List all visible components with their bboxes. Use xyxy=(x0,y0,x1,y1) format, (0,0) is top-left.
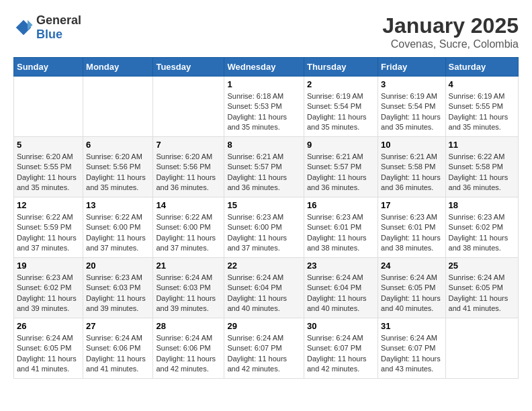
page-subtitle: Covenas, Sucre, Colombia xyxy=(382,38,519,50)
day-info: Sunrise: 6:20 AMSunset: 5:56 PMDaylight:… xyxy=(156,152,221,193)
day-number: 30 xyxy=(307,321,375,331)
calendar-week-2: 5Sunrise: 6:20 AMSunset: 5:55 PMDaylight… xyxy=(14,137,519,197)
calendar-cell: 25Sunrise: 6:24 AMSunset: 6:05 PMDayligh… xyxy=(445,258,518,318)
calendar-cell: 27Sunrise: 6:24 AMSunset: 6:06 PMDayligh… xyxy=(83,318,153,379)
day-number: 29 xyxy=(227,321,301,331)
calendar-cell: 15Sunrise: 6:23 AMSunset: 6:00 PMDayligh… xyxy=(224,197,304,258)
calendar-cell: 9Sunrise: 6:21 AMSunset: 5:57 PMDaylight… xyxy=(304,137,378,197)
calendar-cell: 6Sunrise: 6:20 AMSunset: 5:56 PMDaylight… xyxy=(83,137,153,197)
day-info: Sunrise: 6:24 AMSunset: 6:04 PMDaylight:… xyxy=(227,273,301,314)
day-info: Sunrise: 6:22 AMSunset: 6:00 PMDaylight:… xyxy=(156,212,221,254)
day-number: 25 xyxy=(449,261,515,271)
day-info: Sunrise: 6:21 AMSunset: 5:57 PMDaylight:… xyxy=(227,152,301,193)
title-block: January 2025 Covenas, Sucre, Colombia xyxy=(382,13,519,50)
day-info: Sunrise: 6:23 AMSunset: 6:03 PMDaylight:… xyxy=(86,273,150,314)
calendar-week-3: 12Sunrise: 6:22 AMSunset: 5:59 PMDayligh… xyxy=(14,197,519,258)
weekday-header-monday: Monday xyxy=(83,58,153,77)
day-info: Sunrise: 6:21 AMSunset: 5:57 PMDaylight:… xyxy=(307,152,375,193)
day-number: 1 xyxy=(227,79,301,89)
day-info: Sunrise: 6:18 AMSunset: 5:53 PMDaylight:… xyxy=(227,91,301,133)
day-number: 9 xyxy=(307,140,375,150)
calendar-cell: 1Sunrise: 6:18 AMSunset: 5:53 PMDaylight… xyxy=(224,77,304,137)
day-info: Sunrise: 6:24 AMSunset: 6:04 PMDaylight:… xyxy=(307,273,375,314)
day-info: Sunrise: 6:24 AMSunset: 6:07 PMDaylight:… xyxy=(381,333,442,375)
calendar-cell xyxy=(83,77,153,137)
calendar-cell: 23Sunrise: 6:24 AMSunset: 6:04 PMDayligh… xyxy=(304,258,378,318)
day-number: 22 xyxy=(227,261,301,271)
day-number: 7 xyxy=(156,140,221,150)
calendar-cell: 12Sunrise: 6:22 AMSunset: 5:59 PMDayligh… xyxy=(14,197,83,258)
day-info: Sunrise: 6:23 AMSunset: 6:02 PMDaylight:… xyxy=(449,212,515,254)
day-info: Sunrise: 6:19 AMSunset: 5:54 PMDaylight:… xyxy=(381,91,442,133)
day-number: 16 xyxy=(307,200,375,210)
day-info: Sunrise: 6:23 AMSunset: 6:01 PMDaylight:… xyxy=(381,212,442,254)
logo-icon xyxy=(13,17,34,38)
calendar-cell: 26Sunrise: 6:24 AMSunset: 6:05 PMDayligh… xyxy=(14,318,83,379)
calendar-cell: 11Sunrise: 6:22 AMSunset: 5:58 PMDayligh… xyxy=(445,137,518,197)
day-info: Sunrise: 6:24 AMSunset: 6:03 PMDaylight:… xyxy=(156,273,221,314)
day-info: Sunrise: 6:24 AMSunset: 6:06 PMDaylight:… xyxy=(86,333,150,375)
day-number: 8 xyxy=(227,140,301,150)
day-number: 5 xyxy=(17,140,80,150)
calendar-cell: 31Sunrise: 6:24 AMSunset: 6:07 PMDayligh… xyxy=(378,318,445,379)
page-header: General Blue January 2025 Covenas, Sucre… xyxy=(13,13,519,50)
calendar-week-1: 1Sunrise: 6:18 AMSunset: 5:53 PMDaylight… xyxy=(14,77,519,137)
calendar-cell: 4Sunrise: 6:19 AMSunset: 5:55 PMDaylight… xyxy=(445,77,518,137)
calendar-week-4: 19Sunrise: 6:23 AMSunset: 6:02 PMDayligh… xyxy=(14,258,519,318)
weekday-header-row: SundayMondayTuesdayWednesdayThursdayFrid… xyxy=(14,58,519,77)
weekday-header-tuesday: Tuesday xyxy=(153,58,224,77)
calendar-cell: 28Sunrise: 6:24 AMSunset: 6:06 PMDayligh… xyxy=(153,318,224,379)
day-number: 12 xyxy=(17,200,80,210)
day-number: 18 xyxy=(449,200,515,210)
day-number: 2 xyxy=(307,79,375,89)
day-number: 6 xyxy=(86,140,150,150)
day-info: Sunrise: 6:24 AMSunset: 6:05 PMDaylight:… xyxy=(449,273,515,314)
calendar-cell: 8Sunrise: 6:21 AMSunset: 5:57 PMDaylight… xyxy=(224,137,304,197)
day-number: 10 xyxy=(381,140,442,150)
day-number: 23 xyxy=(307,261,375,271)
day-number: 17 xyxy=(381,200,442,210)
calendar-cell: 5Sunrise: 6:20 AMSunset: 5:55 PMDaylight… xyxy=(14,137,83,197)
day-info: Sunrise: 6:24 AMSunset: 6:05 PMDaylight:… xyxy=(17,333,80,375)
weekday-header-sunday: Sunday xyxy=(14,58,83,77)
day-info: Sunrise: 6:24 AMSunset: 6:07 PMDaylight:… xyxy=(227,333,301,375)
calendar-cell: 24Sunrise: 6:24 AMSunset: 6:05 PMDayligh… xyxy=(378,258,445,318)
calendar-cell xyxy=(153,77,224,137)
calendar-cell: 10Sunrise: 6:21 AMSunset: 5:58 PMDayligh… xyxy=(378,137,445,197)
calendar-cell: 29Sunrise: 6:24 AMSunset: 6:07 PMDayligh… xyxy=(224,318,304,379)
day-number: 24 xyxy=(381,261,442,271)
calendar-cell: 16Sunrise: 6:23 AMSunset: 6:01 PMDayligh… xyxy=(304,197,378,258)
calendar-cell: 22Sunrise: 6:24 AMSunset: 6:04 PMDayligh… xyxy=(224,258,304,318)
calendar-cell: 3Sunrise: 6:19 AMSunset: 5:54 PMDaylight… xyxy=(378,77,445,137)
day-info: Sunrise: 6:20 AMSunset: 5:56 PMDaylight:… xyxy=(86,152,150,193)
calendar-cell: 18Sunrise: 6:23 AMSunset: 6:02 PMDayligh… xyxy=(445,197,518,258)
logo-general: General xyxy=(36,13,81,28)
calendar-cell: 17Sunrise: 6:23 AMSunset: 6:01 PMDayligh… xyxy=(378,197,445,258)
calendar-cell: 2Sunrise: 6:19 AMSunset: 5:54 PMDaylight… xyxy=(304,77,378,137)
logo-blue: Blue xyxy=(36,28,81,42)
day-info: Sunrise: 6:24 AMSunset: 6:06 PMDaylight:… xyxy=(156,333,221,375)
weekday-header-wednesday: Wednesday xyxy=(224,58,304,77)
day-info: Sunrise: 6:22 AMSunset: 5:59 PMDaylight:… xyxy=(17,212,80,254)
day-info: Sunrise: 6:22 AMSunset: 5:58 PMDaylight:… xyxy=(449,152,515,193)
day-number: 13 xyxy=(86,200,150,210)
day-info: Sunrise: 6:19 AMSunset: 5:55 PMDaylight:… xyxy=(449,91,515,133)
day-number: 28 xyxy=(156,321,221,331)
calendar-cell: 20Sunrise: 6:23 AMSunset: 6:03 PMDayligh… xyxy=(83,258,153,318)
day-info: Sunrise: 6:23 AMSunset: 6:02 PMDaylight:… xyxy=(17,273,80,314)
calendar-cell xyxy=(14,77,83,137)
day-info: Sunrise: 6:24 AMSunset: 6:05 PMDaylight:… xyxy=(381,273,442,314)
logo: General Blue xyxy=(13,13,81,42)
day-number: 21 xyxy=(156,261,221,271)
calendar-cell xyxy=(445,318,518,379)
day-number: 31 xyxy=(381,321,442,331)
day-number: 11 xyxy=(449,140,515,150)
calendar-table: SundayMondayTuesdayWednesdayThursdayFrid… xyxy=(13,57,519,379)
day-number: 3 xyxy=(381,79,442,89)
calendar-cell: 30Sunrise: 6:24 AMSunset: 6:07 PMDayligh… xyxy=(304,318,378,379)
weekday-header-saturday: Saturday xyxy=(445,58,518,77)
weekday-header-thursday: Thursday xyxy=(304,58,378,77)
day-number: 20 xyxy=(86,261,150,271)
day-info: Sunrise: 6:19 AMSunset: 5:54 PMDaylight:… xyxy=(307,91,375,133)
day-number: 14 xyxy=(156,200,221,210)
